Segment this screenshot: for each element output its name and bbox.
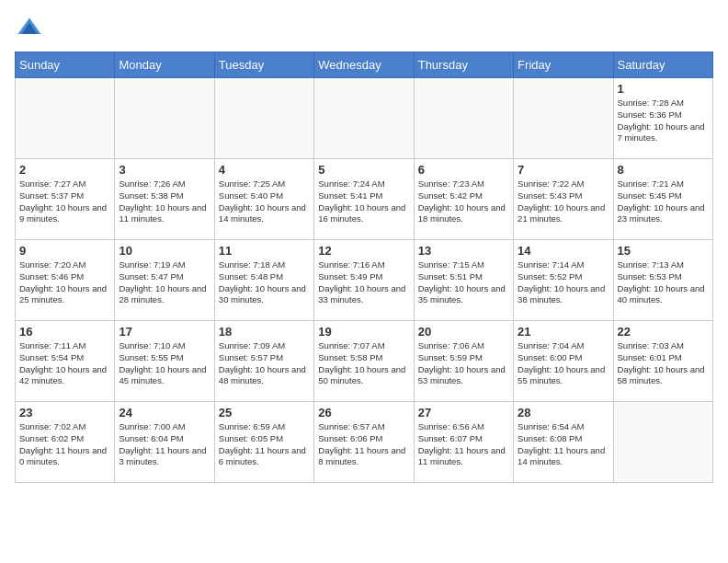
logo [15,15,42,40]
calendar-cell: 14Sunrise: 7:14 AM Sunset: 5:52 PM Dayli… [514,240,613,321]
calendar-cell: 3Sunrise: 7:26 AM Sunset: 5:38 PM Daylig… [115,159,214,240]
day-number: 18 [219,325,310,339]
calendar-cell: 4Sunrise: 7:25 AM Sunset: 5:40 PM Daylig… [214,159,313,240]
day-number: 14 [518,244,609,258]
day-info: Sunrise: 7:07 AM Sunset: 5:58 PM Dayligh… [318,340,409,387]
day-info: Sunrise: 7:20 AM Sunset: 5:46 PM Dayligh… [19,259,110,306]
day-number: 23 [19,406,110,419]
day-info: Sunrise: 6:56 AM Sunset: 6:07 PM Dayligh… [418,421,509,468]
calendar-cell: 8Sunrise: 7:21 AM Sunset: 5:45 PM Daylig… [613,159,712,240]
day-number: 28 [518,406,609,419]
day-number: 21 [518,325,609,339]
weekday-header-friday: Friday [514,52,613,78]
day-number: 16 [19,325,110,339]
day-number: 5 [318,163,409,177]
calendar-cell [314,78,414,159]
day-info: Sunrise: 7:03 AM Sunset: 6:01 PM Dayligh… [618,340,709,387]
day-info: Sunrise: 7:23 AM Sunset: 5:42 PM Dayligh… [418,178,509,225]
weekday-header-row: SundayMondayTuesdayWednesdayThursdayFrid… [16,52,713,78]
day-number: 2 [19,163,110,177]
week-row-1: 1Sunrise: 7:28 AM Sunset: 5:36 PM Daylig… [16,78,713,159]
day-number: 7 [518,163,609,177]
calendar-cell: 28Sunrise: 6:54 AM Sunset: 6:08 PM Dayli… [514,402,613,483]
calendar-cell: 13Sunrise: 7:15 AM Sunset: 5:51 PM Dayli… [414,240,513,321]
day-info: Sunrise: 7:19 AM Sunset: 5:47 PM Dayligh… [119,259,210,306]
day-number: 6 [418,163,509,177]
calendar-cell [16,78,115,159]
day-info: Sunrise: 7:28 AM Sunset: 5:36 PM Dayligh… [618,98,709,144]
day-number: 17 [119,325,210,339]
calendar-cell [214,78,313,159]
day-number: 3 [119,163,210,177]
calendar-cell: 7Sunrise: 7:22 AM Sunset: 5:43 PM Daylig… [514,159,613,240]
calendar-cell: 2Sunrise: 7:27 AM Sunset: 5:37 PM Daylig… [16,159,115,240]
calendar-cell: 23Sunrise: 7:02 AM Sunset: 6:02 PM Dayli… [16,402,115,483]
calendar-cell: 24Sunrise: 7:00 AM Sunset: 6:04 PM Dayli… [115,402,214,483]
day-info: Sunrise: 7:11 AM Sunset: 5:54 PM Dayligh… [19,340,110,387]
calendar-cell: 26Sunrise: 6:57 AM Sunset: 6:06 PM Dayli… [314,402,414,483]
day-number: 10 [119,244,210,258]
weekday-header-thursday: Thursday [414,52,513,78]
day-info: Sunrise: 7:06 AM Sunset: 5:59 PM Dayligh… [418,340,509,387]
day-info: Sunrise: 7:09 AM Sunset: 5:57 PM Dayligh… [219,340,310,387]
calendar-cell: 12Sunrise: 7:16 AM Sunset: 5:49 PM Dayli… [314,240,414,321]
day-info: Sunrise: 7:21 AM Sunset: 5:45 PM Dayligh… [618,178,709,225]
day-info: Sunrise: 7:00 AM Sunset: 6:04 PM Dayligh… [119,421,210,468]
day-number: 19 [318,325,409,339]
weekday-header-sunday: Sunday [16,52,115,78]
day-number: 25 [219,406,310,419]
day-info: Sunrise: 7:14 AM Sunset: 5:52 PM Dayligh… [518,259,609,306]
day-number: 27 [418,406,509,419]
day-number: 13 [418,244,509,258]
day-info: Sunrise: 6:54 AM Sunset: 6:08 PM Dayligh… [518,421,609,468]
calendar-cell: 6Sunrise: 7:23 AM Sunset: 5:42 PM Daylig… [414,159,513,240]
day-number: 24 [119,406,210,419]
week-row-4: 16Sunrise: 7:11 AM Sunset: 5:54 PM Dayli… [16,321,713,402]
day-info: Sunrise: 7:10 AM Sunset: 5:55 PM Dayligh… [119,340,210,387]
logo-icon [17,15,42,40]
calendar-cell [115,78,214,159]
calendar-cell: 1Sunrise: 7:28 AM Sunset: 5:36 PM Daylig… [613,78,712,159]
calendar-cell [414,78,513,159]
calendar-cell: 21Sunrise: 7:04 AM Sunset: 6:00 PM Dayli… [514,321,613,402]
day-number: 22 [618,325,709,339]
day-info: Sunrise: 7:27 AM Sunset: 5:37 PM Dayligh… [19,178,110,225]
calendar-cell: 19Sunrise: 7:07 AM Sunset: 5:58 PM Dayli… [314,321,414,402]
calendar-cell: 20Sunrise: 7:06 AM Sunset: 5:59 PM Dayli… [414,321,513,402]
day-number: 4 [219,163,310,177]
day-info: Sunrise: 7:25 AM Sunset: 5:40 PM Dayligh… [219,178,310,225]
day-info: Sunrise: 7:26 AM Sunset: 5:38 PM Dayligh… [119,178,210,225]
weekday-header-saturday: Saturday [613,52,712,78]
day-number: 9 [19,244,110,258]
day-number: 26 [318,406,409,419]
day-number: 12 [318,244,409,258]
calendar-cell: 18Sunrise: 7:09 AM Sunset: 5:57 PM Dayli… [214,321,313,402]
weekday-header-wednesday: Wednesday [314,52,414,78]
week-row-2: 2Sunrise: 7:27 AM Sunset: 5:37 PM Daylig… [16,159,713,240]
calendar-cell: 16Sunrise: 7:11 AM Sunset: 5:54 PM Dayli… [16,321,115,402]
weekday-header-tuesday: Tuesday [214,52,313,78]
calendar-cell: 11Sunrise: 7:18 AM Sunset: 5:48 PM Dayli… [214,240,313,321]
calendar-cell: 10Sunrise: 7:19 AM Sunset: 5:47 PM Dayli… [115,240,214,321]
weekday-header-monday: Monday [115,52,214,78]
day-number: 1 [618,82,709,96]
calendar-table: SundayMondayTuesdayWednesdayThursdayFrid… [15,52,713,483]
day-info: Sunrise: 7:16 AM Sunset: 5:49 PM Dayligh… [318,259,409,306]
calendar-cell: 25Sunrise: 6:59 AM Sunset: 6:05 PM Dayli… [214,402,313,483]
day-info: Sunrise: 6:59 AM Sunset: 6:05 PM Dayligh… [219,421,310,468]
day-number: 11 [219,244,310,258]
week-row-5: 23Sunrise: 7:02 AM Sunset: 6:02 PM Dayli… [16,402,713,483]
calendar-cell: 15Sunrise: 7:13 AM Sunset: 5:53 PM Dayli… [613,240,712,321]
week-row-3: 9Sunrise: 7:20 AM Sunset: 5:46 PM Daylig… [16,240,713,321]
day-info: Sunrise: 7:13 AM Sunset: 5:53 PM Dayligh… [618,259,709,306]
day-info: Sunrise: 7:24 AM Sunset: 5:41 PM Dayligh… [318,178,409,225]
day-number: 8 [618,163,709,177]
calendar-cell: 17Sunrise: 7:10 AM Sunset: 5:55 PM Dayli… [115,321,214,402]
calendar-cell: 5Sunrise: 7:24 AM Sunset: 5:41 PM Daylig… [314,159,414,240]
day-number: 15 [618,244,709,258]
day-info: Sunrise: 6:57 AM Sunset: 6:06 PM Dayligh… [318,421,409,468]
day-info: Sunrise: 7:15 AM Sunset: 5:51 PM Dayligh… [418,259,509,306]
calendar-cell [613,402,712,483]
page-header [15,15,713,40]
calendar-cell [514,78,613,159]
